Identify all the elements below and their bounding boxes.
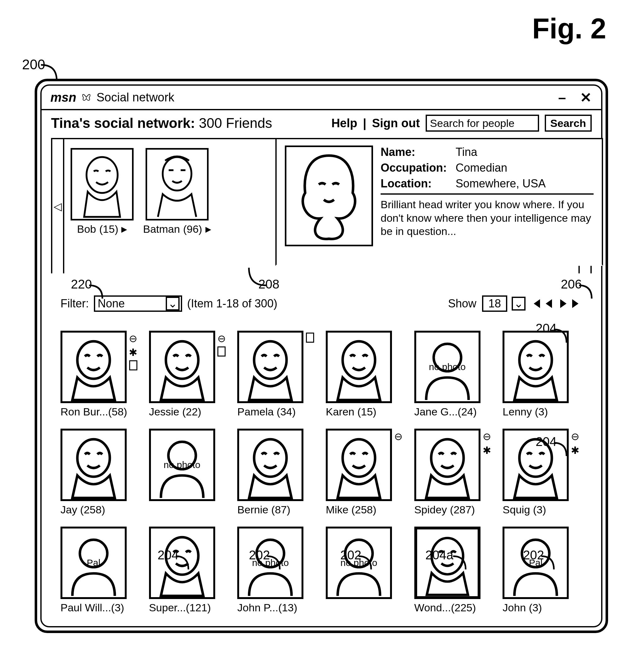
callout-hook <box>173 554 192 573</box>
star-icon: ✱ <box>129 346 137 359</box>
breadcrumb-label: Bob <box>77 223 96 235</box>
friend-cell[interactable]: Karen (15) <box>326 331 405 418</box>
signout-link[interactable]: Sign out <box>372 117 420 130</box>
panel-prev-button[interactable]: ◁ <box>52 139 64 273</box>
friend-label: Paul Will...(3) <box>61 601 124 614</box>
occupation-value: Comedian <box>456 161 507 175</box>
nophoto-label: no photo <box>151 431 213 499</box>
friend-cell[interactable]: no photoJane G...(24) <box>414 331 494 418</box>
breadcrumb-item-1[interactable]: Batman (96) ▶ <box>143 148 211 235</box>
face-sketch-icon <box>416 431 479 499</box>
callout-hook <box>577 283 595 302</box>
friend-label: Pamela (34) <box>237 406 296 418</box>
titlebar-left: msn Social network <box>51 90 174 104</box>
owner-name-label: Tina's social network: <box>51 115 195 131</box>
brand-logo-text: msn <box>51 90 76 104</box>
face-sketch-icon <box>151 333 213 401</box>
close-button[interactable]: ✕ <box>580 90 592 105</box>
location-label: Location: <box>380 177 450 190</box>
chevron-right-icon: ▶ <box>206 225 211 234</box>
friend-cell[interactable]: ⊖Jessie (22) <box>149 331 229 418</box>
next-page-button[interactable] <box>556 297 569 310</box>
callout-hook <box>539 554 558 573</box>
svg-point-2 <box>78 341 110 379</box>
titlebar: msn Social network – ✕ <box>41 86 601 110</box>
show-label: Show <box>448 297 477 310</box>
face-sketch-icon <box>62 431 125 499</box>
friend-cell[interactable]: PalPaul Will...(3) <box>61 527 140 614</box>
friend-cell[interactable]: Lenny (3) <box>502 331 582 418</box>
owner-count: 300 Friends <box>199 115 272 131</box>
friend-cell[interactable]: ⊖✱Ron Bur...(58) <box>61 331 140 418</box>
svg-point-11 <box>343 439 375 477</box>
face-sketch-icon <box>328 431 390 499</box>
star-icon: ✱ <box>571 444 579 456</box>
divider <box>380 193 593 195</box>
face-sketch-icon <box>62 333 125 401</box>
badge-stack: ⊖ <box>217 333 226 356</box>
friend-label: Squig (3) <box>502 504 546 516</box>
show-select[interactable]: ⌄ <box>512 297 525 311</box>
friend-cell[interactable]: Pamela (34) <box>237 331 317 418</box>
avatar <box>61 429 127 501</box>
location-value: Somewhere, USA <box>456 177 546 190</box>
badge-stack: ⊖✱ <box>483 431 491 456</box>
face-sketch-icon <box>239 431 302 499</box>
window-controls: – ✕ <box>558 89 592 105</box>
friend-label: John (3) <box>502 601 542 614</box>
friend-cell[interactable]: no photo <box>149 429 229 516</box>
note-icon <box>217 346 225 356</box>
callout-204a: 204a <box>425 548 453 562</box>
avatar <box>70 148 133 220</box>
pal-label: Pal <box>62 528 125 597</box>
avatar <box>146 148 209 220</box>
figure-label: Fig. 2 <box>532 12 606 45</box>
callout-hook <box>451 554 469 573</box>
help-link[interactable]: Help <box>332 117 357 130</box>
bio-text: Brilliant head writer you know where. If… <box>380 198 593 238</box>
friend-cell[interactable]: ⊖Mike (258) <box>326 429 405 516</box>
minimize-button[interactable]: – <box>558 90 566 105</box>
friend-cell[interactable]: Jay (258) <box>61 429 140 516</box>
window-frame-outer: msn Social network – ✕ Tina's social net… <box>35 79 608 633</box>
friend-label: Karen (15) <box>326 406 376 418</box>
svg-point-8 <box>78 439 110 477</box>
friend-label: Jay (258) <box>61 504 105 516</box>
prev-page-button[interactable] <box>543 297 556 310</box>
svg-point-7 <box>520 341 552 379</box>
block-icon: ⊖ <box>129 333 137 345</box>
face-sketch-icon <box>286 147 371 245</box>
header-row: Tina's social network: 300 Friends Help … <box>41 110 601 138</box>
friend-label: Bernie (87) <box>237 504 290 516</box>
pager <box>530 297 582 310</box>
badge-stack: ⊖ <box>394 431 403 442</box>
svg-point-5 <box>343 341 375 379</box>
face-sketch-icon <box>239 333 302 401</box>
friend-label: Wond...(225) <box>414 601 476 614</box>
occupation-label: Occupation: <box>380 161 450 175</box>
breadcrumb-item-0[interactable]: Bob (15) ▶ <box>70 148 133 235</box>
block-icon: ⊖ <box>394 431 403 442</box>
block-icon: ⊖ <box>483 431 491 442</box>
friend-cell[interactable]: ⊖✱Spidey (287) <box>414 429 494 516</box>
chevron-right-icon: ▶ <box>121 225 127 234</box>
first-page-button[interactable] <box>530 297 543 310</box>
friend-label: Mike (258) <box>326 504 376 516</box>
friend-label: John P...(13) <box>237 601 297 614</box>
breadcrumb-count: (15) <box>99 223 118 235</box>
callout-hook <box>243 261 271 290</box>
focus-avatar <box>285 146 373 246</box>
search-button[interactable]: Search <box>545 115 592 132</box>
avatar: ⊖ <box>326 429 392 501</box>
friend-cell[interactable]: Bernie (87) <box>237 429 317 516</box>
svg-point-0 <box>87 157 118 193</box>
block-icon: ⊖ <box>571 431 579 442</box>
badge-stack: ⊖✱ <box>571 431 579 456</box>
search-input[interactable]: Search for people <box>426 115 539 132</box>
filter-select[interactable]: None ⌄ <box>94 296 182 312</box>
avatar <box>326 331 392 403</box>
star-icon: ✱ <box>483 444 491 456</box>
badge-stack: ⊖✱ <box>129 333 137 370</box>
avatar <box>414 527 481 599</box>
show-value-box: 18 <box>482 296 507 312</box>
